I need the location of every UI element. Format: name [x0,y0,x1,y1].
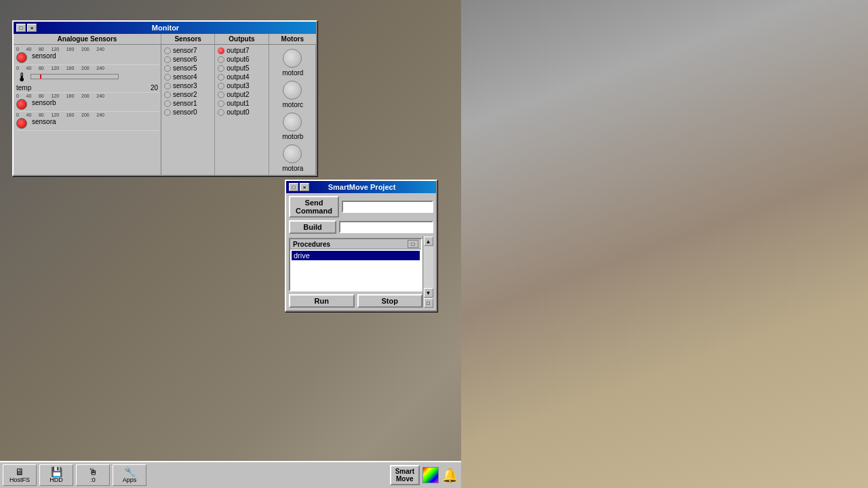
smartmove-taskbar-label2: Move [396,475,414,483]
taskbar-hostfs[interactable]: 🖥 HostFS [3,464,37,486]
temp-label: temp [16,84,31,92]
output6-label: output6 [226,56,249,63]
sensor6-radio [164,56,171,63]
monitor-titlebar: □ × Monitor [14,22,316,34]
taskbar-hdd[interactable]: 💾 HDD [39,464,73,486]
sensor1-radio [164,100,171,107]
sensor4-item: sensor4 [163,73,213,81]
hostfs-label: HostFS [9,476,30,483]
motora-label: motora [281,165,303,172]
sensor-indicator-sensorb [16,99,27,110]
send-command-input[interactable] [342,201,433,213]
analogue-sensor-sensorb: 04080120160200240 sensorb [15,93,159,112]
motorc-group: motorc [271,78,314,110]
sensor7-label: sensor7 [173,47,197,54]
sensor2-label: sensor2 [173,91,197,98]
sensorb-label: sensorb [32,99,56,106]
scroll-corner: □ [424,298,433,308]
taskbar-right: Smart Move 🔔 [390,465,458,485]
output3-item: output3 [216,81,267,90]
procedures-label: Procedures [293,241,330,248]
run-button[interactable]: Run [289,294,355,308]
procedures-expand-btn[interactable]: □ [408,240,418,248]
display-label: :0 [90,476,96,483]
motora-circle [283,144,302,163]
analogue-sensor-sensora: 04080120160200240 sensora [15,112,159,131]
procedures-list: drive [290,249,421,290]
gauge-scale-sensora: 04080120160200240 [16,113,104,117]
output3-label: output3 [226,82,249,89]
analogue-sensor-temp: 04080120160200240 🌡 temp 20 [15,65,159,93]
sensor5-radio [164,65,171,72]
smartmove-content: Send Command Build Procedures □ drive [286,193,436,310]
run-stop-row: Run Stop [289,294,422,308]
sensor6-item: sensor6 [163,55,213,64]
output1-dot [218,100,224,107]
output2-dot [218,92,224,98]
taskbar: 🖥 HostFS 💾 HDD 🖱 :0 🔧 Apps Smart Move 🔔 [0,461,461,488]
sensord-label: sensord [32,52,56,60]
sensor5-item: sensor5 [163,64,213,73]
analogue-sensor-sensord: 04080120160200240 sensord [15,46,159,65]
sensor4-label: sensor4 [173,73,197,81]
monitor-close-btn[interactable]: × [27,24,37,32]
sensor-indicator-sensord [16,52,27,63]
output3-dot [218,83,224,89]
procedures-scrollbar: ▲ ▼ □ [422,237,433,308]
scroll-track [424,246,433,288]
procedure-drive[interactable]: drive [292,251,420,260]
output5-dot [218,65,224,72]
output1-item: output1 [216,99,267,108]
build-input[interactable] [339,221,433,233]
output2-label: output2 [226,91,249,98]
sensora-label: sensora [32,118,56,125]
color-palette-icon[interactable] [422,467,439,483]
taskbar-apps[interactable]: 🔧 Apps [113,464,146,486]
sensors-header: Sensors [161,34,215,44]
monitor-window: □ × Monitor Analogue Sensors Sensors Out… [12,20,317,176]
sensor0-item: sensor0 [163,108,213,117]
motors-header: Motors [269,34,316,44]
smartmove-taskbar-btn[interactable]: Smart Move [390,465,420,485]
stop-button[interactable]: Stop [357,294,423,308]
build-row: Build [289,220,433,234]
smartmove-close-btn[interactable]: × [300,183,309,191]
sensor3-radio [164,83,171,89]
output0-item: output0 [216,108,267,117]
sensor0-radio [164,109,171,116]
build-button[interactable]: Build [289,220,336,234]
hostfs-icon: 🖥 [15,467,24,476]
send-command-button[interactable]: Send Command [289,196,339,218]
taskbar-display[interactable]: 🖱 :0 [76,464,110,486]
output1-label: output1 [226,100,249,107]
motord-label: motord [281,69,303,77]
outputs-header: Outputs [215,34,269,44]
monitor-titlebar-buttons: □ × [16,24,37,32]
hdd-icon: 💾 [51,467,62,476]
sensor1-item: sensor1 [163,99,213,108]
analogue-sensors-panel: 04080120160200240 sensord 04080120160200… [14,45,161,175]
smartmove-minimize-btn[interactable]: □ [289,183,298,191]
scroll-up-btn[interactable]: ▲ [424,237,433,246]
sensor4-radio [164,74,171,81]
procedures-panel: Procedures □ drive [289,238,422,291]
display-icon: 🖱 [88,467,98,476]
thermometer-icon: 🌡 [16,71,28,83]
gauge-scale-temp: 04080120160200240 [16,66,104,70]
smartmove-title: SmartMove Project [328,183,396,191]
sensor7-radio [164,47,171,54]
monitor-minimize-btn[interactable]: □ [16,24,26,32]
motorb-label: motorb [281,133,303,140]
motorc-circle [283,81,302,100]
sensor1-label: sensor1 [173,100,197,107]
output0-label: output0 [226,108,249,116]
procedures-panel-header: Procedures □ [290,239,421,249]
motord-group: motord [271,46,314,78]
motorb-circle [283,113,302,131]
motord-circle [283,49,302,68]
scroll-down-btn[interactable]: ▼ [424,288,433,298]
motorb-group: motorb [271,110,314,142]
motorc-label: motorc [281,101,304,108]
monitor-title: Monitor [152,24,179,32]
output4-item: output4 [216,73,267,81]
